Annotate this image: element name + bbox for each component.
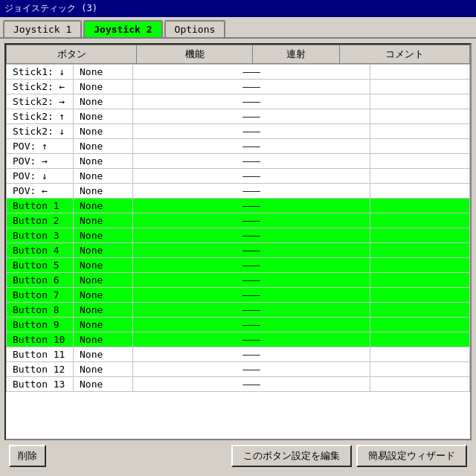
table-row[interactable]: Button 5None——— [7, 258, 470, 273]
cell-comment [370, 273, 470, 288]
cell-button: Button 3 [7, 228, 74, 243]
cell-button: Stick2: ↓ [7, 124, 74, 139]
header-button: ボタン [7, 45, 137, 64]
table-row[interactable]: Stick2: ←None——— [7, 80, 470, 94]
title-text: ジョイスティック (3) [4, 2, 97, 15]
table-row[interactable]: Button 9None——— [7, 318, 470, 332]
cell-rensha: ——— [133, 169, 370, 184]
cell-comment [370, 139, 470, 154]
table-row[interactable]: Stick2: ↓None——— [7, 124, 470, 139]
cell-button: Stick2: ↑ [7, 109, 74, 124]
cell-comment [370, 228, 470, 243]
cell-button: POV: ↑ [7, 139, 74, 154]
cell-rensha: ——— [133, 213, 370, 228]
cell-rensha: ——— [133, 80, 370, 94]
cell-comment [370, 303, 470, 318]
table-scroll[interactable]: Stick1: ↓None———Stick2: ←None———Stick2: … [6, 64, 470, 439]
cell-func: None [74, 362, 133, 377]
cell-func: None [74, 80, 133, 94]
cell-comment [370, 258, 470, 273]
table-row[interactable]: POV: →None——— [7, 154, 470, 169]
cell-func: None [74, 213, 133, 228]
table-row[interactable]: Button 11None——— [7, 347, 470, 362]
cell-rensha: ——— [133, 258, 370, 273]
cell-rensha: ——— [133, 243, 370, 258]
table-row[interactable]: POV: ↑None——— [7, 139, 470, 154]
cell-func: None [74, 184, 133, 199]
header-rensha: 連射 [252, 45, 339, 64]
cell-button: Button 10 [7, 332, 74, 347]
tab-options[interactable]: Options [164, 20, 226, 37]
table-row[interactable]: Stick2: ↑None——— [7, 109, 470, 124]
cell-rensha: ——— [133, 184, 370, 199]
table-row[interactable]: Button 12None——— [7, 362, 470, 377]
table-row[interactable]: Button 10None——— [7, 332, 470, 347]
table-row[interactable]: Button 7None——— [7, 288, 470, 303]
cell-func: None [74, 124, 133, 139]
table-row[interactable]: Button 2None——— [7, 213, 470, 228]
table-row[interactable]: Button 4None——— [7, 243, 470, 258]
cell-button: Button 5 [7, 258, 74, 273]
table-row[interactable]: Button 6None——— [7, 273, 470, 288]
cell-func: None [74, 199, 133, 213]
cell-func: None [74, 243, 133, 258]
cell-func: None [74, 273, 133, 288]
table-container: ボタン 機能 連射 コメント Stick1: ↓None———Stick2: ←… [4, 43, 472, 440]
cell-func: None [74, 288, 133, 303]
cell-rensha: ——— [133, 288, 370, 303]
cell-comment [370, 109, 470, 124]
cell-comment [370, 213, 470, 228]
cell-comment [370, 377, 470, 392]
wizard-button[interactable]: 簡易設定ウィザード [356, 445, 467, 467]
delete-button[interactable]: 削除 [9, 445, 46, 467]
cell-func: None [74, 109, 133, 124]
table-row[interactable]: Button 13None——— [7, 377, 470, 392]
cell-button: POV: → [7, 154, 74, 169]
table-row[interactable]: Button 3None——— [7, 228, 470, 243]
cell-button: Button 11 [7, 347, 74, 362]
cell-rensha: ——— [133, 199, 370, 213]
cell-button: Button 6 [7, 273, 74, 288]
tab-joystick2[interactable]: Joystick 2 [83, 20, 162, 37]
cell-comment [370, 154, 470, 169]
tab-joystick1[interactable]: Joystick 1 [3, 20, 82, 37]
cell-button: Stick2: ← [7, 80, 74, 94]
cell-func: None [74, 258, 133, 273]
header-func: 機能 [137, 45, 253, 64]
table-row[interactable]: Stick1: ↓None——— [7, 65, 470, 80]
cell-button: Button 13 [7, 377, 74, 392]
cell-comment [370, 199, 470, 213]
cell-rensha: ——— [133, 228, 370, 243]
cell-comment [370, 65, 470, 80]
cell-comment [370, 184, 470, 199]
cell-func: None [74, 154, 133, 169]
edit-button[interactable]: このボタン設定を編集 [231, 445, 352, 467]
cell-func: None [74, 94, 133, 109]
cell-rensha: ——— [133, 347, 370, 362]
cell-button: Button 1 [7, 199, 74, 213]
cell-rensha: ——— [133, 109, 370, 124]
cell-func: None [74, 332, 133, 347]
cell-func: None [74, 169, 133, 184]
cell-rensha: ——— [133, 303, 370, 318]
cell-comment [370, 243, 470, 258]
cell-comment [370, 80, 470, 94]
cell-comment [370, 288, 470, 303]
table-row[interactable]: Button 8None——— [7, 303, 470, 318]
cell-func: None [74, 377, 133, 392]
cell-func: None [74, 318, 133, 332]
cell-rensha: ——— [133, 318, 370, 332]
cell-func: None [74, 347, 133, 362]
cell-rensha: ——— [133, 65, 370, 80]
table-row[interactable]: Button 1None——— [7, 199, 470, 213]
cell-button: Button 2 [7, 213, 74, 228]
cell-rensha: ——— [133, 154, 370, 169]
title-bar: ジョイスティック (3) [0, 0, 476, 17]
bottom-bar: 削除 このボタン設定を編集 簡易設定ウィザード [4, 440, 472, 472]
table-row[interactable]: POV: ↓None——— [7, 169, 470, 184]
cell-comment [370, 94, 470, 109]
table-row[interactable]: Stick2: →None——— [7, 94, 470, 109]
cell-rensha: ——— [133, 377, 370, 392]
cell-rensha: ——— [133, 273, 370, 288]
table-row[interactable]: POV: ←None——— [7, 184, 470, 199]
